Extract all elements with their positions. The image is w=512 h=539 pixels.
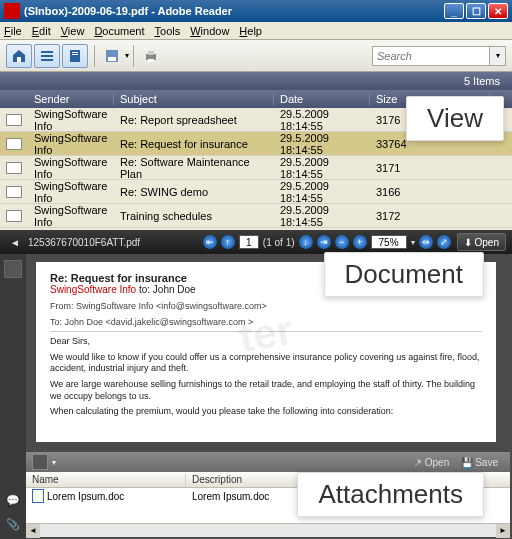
cell-date: 29.5.2009 18:14:55 (274, 156, 370, 180)
attachment-save-button[interactable]: 💾 Save (455, 454, 504, 470)
page-view-button[interactable] (62, 44, 88, 68)
window-title: (SInbox)-2009-06-19.pdf - Adobe Reader (24, 5, 442, 17)
pdf-nav-bar: ◄ 125367670010F6ATT.pdf ⇤ ↑ (1 of 1) ↓ ⇥… (0, 230, 512, 254)
doc-header-to: To: John Doe <david.jakelic@swingsoftwar… (50, 317, 482, 327)
callout-view: View (406, 96, 504, 141)
doc-para3: When calculating the premium, would you … (50, 406, 482, 418)
callout-attachments: Attachments (297, 472, 484, 517)
save-small-icon: 💾 (461, 457, 473, 468)
app-icon (4, 3, 20, 19)
svg-rect-1 (41, 55, 53, 57)
svg-rect-3 (70, 50, 80, 62)
last-page-button[interactable]: ⇥ (317, 235, 331, 249)
mail-icon (6, 114, 22, 126)
scroll-left-icon[interactable]: ◄ (26, 524, 40, 538)
thumbnails-icon[interactable] (4, 260, 22, 278)
menu-document[interactable]: Document (94, 25, 144, 37)
download-icon: ⬇ (464, 237, 472, 248)
pdf-side-panel (0, 254, 26, 450)
cell-subject: Re: Request for insurance (114, 138, 274, 150)
svg-rect-4 (72, 52, 78, 53)
comments-icon[interactable]: 💬 (4, 491, 22, 509)
nav-prev-icon[interactable]: ◄ (6, 233, 24, 251)
attachments-scrollbar[interactable]: ◄ ► (26, 523, 510, 537)
menu-view[interactable]: View (61, 25, 85, 37)
att-col-name[interactable]: Name (26, 474, 186, 485)
cell-subject: Re: SWING demo (114, 186, 274, 198)
mail-icon (6, 186, 22, 198)
zoom-value[interactable]: 75% (371, 235, 407, 249)
item-count: 5 Items (0, 72, 512, 90)
save-button[interactable] (99, 44, 125, 68)
col-sender[interactable]: Sender (28, 93, 114, 105)
mail-icon (6, 138, 22, 150)
svg-rect-5 (72, 54, 78, 55)
cell-date: 29.5.2009 18:14:55 (274, 108, 370, 132)
toolbar-separator (94, 45, 95, 67)
first-page-button[interactable]: ⇤ (203, 235, 217, 249)
doc-salutation: Dear Sirs, (50, 336, 482, 348)
attachments-glyph-icon (32, 454, 48, 470)
att-cell-name: Lorem Ipsum.doc (26, 489, 186, 503)
table-row[interactable]: SwingSoftware InfoRe: Software Maintenan… (0, 156, 512, 180)
toolbar: ▾ ▾ (0, 40, 512, 72)
cell-date: 29.5.2009 18:14:55 (274, 180, 370, 204)
col-date[interactable]: Date (274, 93, 370, 105)
col-subject[interactable]: Subject (114, 93, 274, 105)
title-bar: (SInbox)-2009-06-19.pdf - Adobe Reader _… (0, 0, 512, 22)
cell-size: 3172 (370, 210, 490, 222)
scroll-right-icon[interactable]: ► (496, 524, 510, 538)
list-view-button[interactable] (34, 44, 60, 68)
folder-open-icon: ⭷ (413, 457, 423, 468)
table-row[interactable]: SwingSoftware InfoRe: SWING demo29.5.200… (0, 180, 512, 204)
cell-sender: SwingSoftware Info (28, 156, 114, 180)
callout-document: Document (324, 252, 485, 297)
prev-page-button[interactable]: ↑ (221, 235, 235, 249)
open-pdf-label: Open (475, 237, 499, 248)
zoom-dropdown-icon[interactable]: ▾ (411, 238, 415, 247)
minimize-button[interactable]: _ (444, 3, 464, 19)
attachment-open-button[interactable]: ⭷ Open (407, 454, 455, 470)
home-button[interactable] (6, 44, 32, 68)
menu-tools[interactable]: Tools (155, 25, 181, 37)
attachments-toolbar-drop-icon[interactable]: ▾ (52, 458, 56, 467)
maximize-button[interactable]: ☐ (466, 3, 486, 19)
cell-sender: SwingSoftware Info (28, 180, 114, 204)
search-dropdown[interactable]: ▾ (490, 46, 506, 66)
svg-rect-0 (41, 51, 53, 53)
table-row[interactable]: SwingSoftware InfoTraining schedules29.5… (0, 204, 512, 228)
open-pdf-button[interactable]: ⬇ Open (457, 233, 506, 251)
cell-date: 29.5.2009 18:14:55 (274, 132, 370, 156)
menu-window[interactable]: Window (190, 25, 229, 37)
cell-sender: SwingSoftware Info (28, 204, 114, 228)
mail-icon (6, 162, 22, 174)
doc-para1: We would like to know if you could offer… (50, 352, 482, 375)
svg-rect-10 (148, 59, 154, 62)
save-dropdown-arrow-icon[interactable]: ▾ (125, 51, 129, 60)
doc-header-from: From: SwingSoftware Info <info@swingsoft… (50, 301, 482, 311)
att-col-description[interactable]: Description (186, 474, 306, 485)
menu-help[interactable]: Help (239, 25, 262, 37)
pdf-filename: 125367670010F6ATT.pdf (28, 237, 140, 248)
page-number-input[interactable] (239, 235, 259, 249)
cell-sender: SwingSoftware Info (28, 108, 114, 132)
menu-file[interactable]: File (4, 25, 22, 37)
doc-para2: We are large warehouse selling furnishin… (50, 379, 482, 402)
print-button[interactable] (138, 44, 164, 68)
close-button[interactable]: ✕ (488, 3, 508, 19)
fit-page-button[interactable]: ⤢ (437, 235, 451, 249)
att-cell-description: Lorem Ipsum.doc (186, 491, 306, 502)
cell-sender: SwingSoftware Info (28, 132, 114, 156)
cell-date: 29.5.2009 18:14:55 (274, 204, 370, 228)
zoom-in-button[interactable]: + (353, 235, 367, 249)
search-input[interactable] (372, 46, 490, 66)
cell-subject: Re: Report spreadsheet (114, 114, 274, 126)
menu-edit[interactable]: Edit (32, 25, 51, 37)
cell-subject: Re: Software Maintenance Plan (114, 156, 274, 180)
svg-rect-2 (41, 59, 53, 61)
next-page-button[interactable]: ↓ (299, 235, 313, 249)
attachment-clip-icon[interactable]: 📎 (4, 515, 22, 533)
menu-bar: File Edit View Document Tools Window Hel… (0, 22, 512, 40)
fit-width-button[interactable]: ⇔ (419, 235, 433, 249)
zoom-out-button[interactable]: − (335, 235, 349, 249)
